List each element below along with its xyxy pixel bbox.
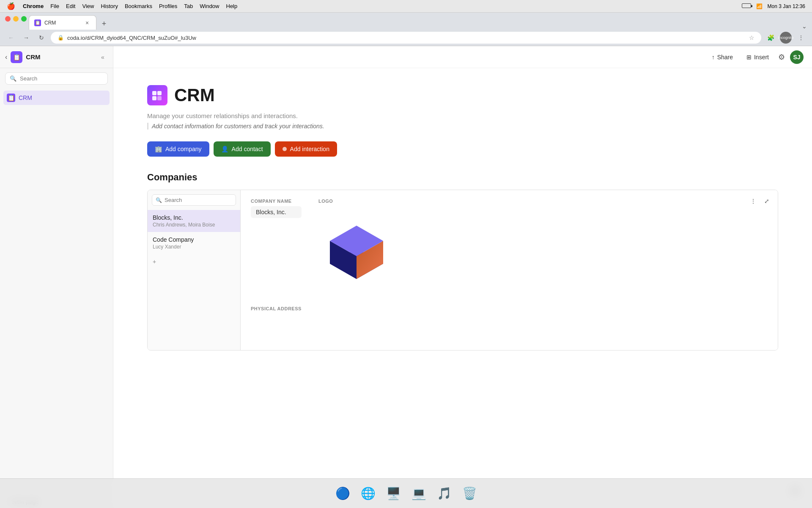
menu-edit[interactable]: Edit: [66, 3, 75, 9]
svg-rect-2: [152, 96, 156, 100]
menu-chrome[interactable]: Chrome: [23, 3, 44, 9]
companies-search-container[interactable]: 🔍: [152, 194, 236, 206]
menu-tab[interactable]: Tab: [184, 3, 193, 9]
app-layout: ‹ 📋 CRM « 🔍 📋 CRM + New page ↑ Share: [0, 46, 812, 508]
physical-address-label: PHYSICAL ADDRESS: [251, 306, 768, 311]
macos-right: 📶 Mon 3 Jan 12:36: [742, 3, 805, 9]
address-bar: ← → ↻ 🔒 coda.io/d/CRM_dyiod64_QNC/CRM_su…: [0, 30, 812, 46]
forward-button[interactable]: →: [20, 32, 32, 44]
action-buttons: 🏢 Add company 👤 Add contact Add interact…: [147, 141, 778, 157]
tab-overflow-button[interactable]: ⌄: [802, 23, 807, 30]
sidebar-title: CRM: [26, 53, 94, 61]
dock-music[interactable]: 🎵: [433, 483, 455, 505]
profile-label: Incognito: [778, 36, 794, 40]
search-icon: 🔍: [10, 75, 16, 82]
menu-bookmarks[interactable]: Bookmarks: [125, 3, 152, 9]
dock-trash[interactable]: 🗑️: [458, 483, 480, 505]
menu-history[interactable]: History: [101, 3, 118, 9]
battery-icon: [742, 3, 751, 9]
tab-favicon: 📋: [34, 19, 41, 26]
settings-button[interactable]: ⚙: [778, 52, 785, 62]
add-contact-label: Add contact: [232, 146, 263, 152]
menu-profiles[interactable]: Profiles: [159, 3, 177, 9]
company-add-icon: +: [153, 258, 156, 265]
detail-more-button[interactable]: ⋮: [747, 195, 759, 207]
share-icon: ↑: [712, 54, 715, 61]
window-controls[interactable]: [5, 16, 27, 22]
sidebar-nav: 📋 CRM: [0, 89, 113, 495]
chrome-menu-button[interactable]: ⋮: [795, 32, 807, 44]
browser-chrome: 📋 CRM × + ⌄ ← → ↻ 🔒 coda.io/d/CRM_dyiod6…: [0, 13, 812, 46]
add-company-icon: 🏢: [155, 146, 162, 152]
tab-bar: 📋 CRM × + ⌄: [0, 13, 812, 30]
avatar[interactable]: SJ: [790, 50, 804, 64]
wifi-icon: 📶: [756, 3, 763, 9]
menu-view[interactable]: View: [82, 3, 94, 9]
add-interaction-button[interactable]: Add interaction: [275, 141, 337, 157]
page-body: CRM Manage your customer relationships a…: [113, 68, 812, 508]
detail-expand-button[interactable]: ⤢: [761, 195, 773, 207]
close-button[interactable]: [5, 16, 11, 22]
dock-chrome[interactable]: 🌐: [357, 483, 379, 505]
svg-rect-1: [157, 91, 162, 95]
profile-button[interactable]: Incognito: [780, 32, 792, 44]
company-name-field-value[interactable]: Blocks, Inc.: [251, 206, 302, 218]
company-item-code[interactable]: Code Company Lucy Xander: [148, 232, 240, 254]
tab-overflow: ⌄: [802, 23, 812, 30]
company-name-blocks: Blocks, Inc.: [153, 214, 235, 221]
company-item-blocks[interactable]: Blocks, Inc. Chris Andrews, Moira Boise: [148, 210, 240, 232]
logo-display: [318, 206, 395, 291]
back-button[interactable]: ←: [5, 32, 17, 44]
macos-left: 🍎 Chrome File Edit View History Bookmark…: [7, 2, 237, 10]
add-interaction-dot: [283, 147, 287, 151]
insert-button[interactable]: ⊞ Insert: [742, 52, 773, 63]
dock-terminal[interactable]: 🖥️: [382, 483, 404, 505]
apple-icon[interactable]: 🍎: [7, 2, 15, 10]
dock-finder[interactable]: 🔵: [332, 483, 354, 505]
lock-icon: 🔒: [58, 35, 64, 41]
new-tab-button[interactable]: +: [98, 18, 110, 30]
sidebar-item-crm[interactable]: 📋 CRM: [3, 91, 110, 105]
maximize-button[interactable]: [21, 16, 27, 22]
content-topbar: ↑ Share ⊞ Insert ⚙ SJ: [113, 46, 812, 68]
company-contacts-code: Lucy Xander: [153, 244, 235, 250]
add-company-button[interactable]: 🏢 Add company: [147, 141, 209, 157]
menu-help[interactable]: Help: [226, 3, 238, 9]
detail-fields: COMPANY NAME Blocks, Inc. LOGO: [251, 199, 768, 299]
share-button[interactable]: ↑ Share: [708, 52, 737, 63]
company-add-row-button[interactable]: +: [148, 254, 240, 269]
menu-file[interactable]: File: [50, 3, 59, 9]
avatar-label: SJ: [793, 54, 800, 61]
companies-panel: 🔍 Blocks, Inc. Chris Andrews, Moira Bois…: [147, 190, 778, 351]
svg-rect-0: [152, 91, 156, 95]
bookmark-icon[interactable]: ☆: [749, 34, 754, 41]
address-text: coda.io/d/CRM_dyiod64_QNC/CRM_suZuO#_lu3…: [67, 35, 746, 41]
sidebar-search-input[interactable]: [20, 75, 103, 82]
add-contact-icon: 👤: [221, 146, 228, 152]
add-company-label: Add company: [165, 146, 202, 152]
extensions-button[interactable]: 🧩: [765, 32, 776, 44]
company-name-code: Code Company: [153, 236, 235, 243]
sidebar-item-label-crm: CRM: [19, 94, 32, 101]
minimize-button[interactable]: [13, 16, 19, 22]
companies-search-input[interactable]: [165, 197, 236, 203]
sidebar-collapse-button[interactable]: «: [98, 52, 108, 62]
macos-menubar: 🍎 Chrome File Edit View History Bookmark…: [0, 0, 812, 13]
address-input-container[interactable]: 🔒 coda.io/d/CRM_dyiod64_QNC/CRM_suZuO#_l…: [51, 32, 761, 44]
page-header: CRM: [147, 85, 778, 105]
datetime: Mon 3 Jan 12:36: [768, 3, 805, 9]
reload-button[interactable]: ↻: [36, 32, 47, 44]
sidebar-back-button[interactable]: ‹: [5, 53, 7, 61]
tab-close-button[interactable]: ×: [83, 19, 91, 27]
logo-field: LOGO: [318, 199, 395, 291]
dock-code[interactable]: 💻: [408, 483, 430, 505]
sidebar-logo: 📋: [11, 51, 22, 63]
main-content: ↑ Share ⊞ Insert ⚙ SJ: [113, 46, 812, 508]
tab-crm[interactable]: 📋 CRM ×: [29, 15, 96, 30]
detail-toolbar: ⋮ ⤢: [747, 195, 773, 207]
sidebar-search-container[interactable]: 🔍: [5, 72, 108, 85]
tab-title: CRM: [44, 20, 80, 26]
menu-window[interactable]: Window: [200, 3, 219, 9]
add-contact-button[interactable]: 👤 Add contact: [214, 141, 271, 157]
page-subtitle: Manage your customer relationships and i…: [147, 112, 778, 119]
